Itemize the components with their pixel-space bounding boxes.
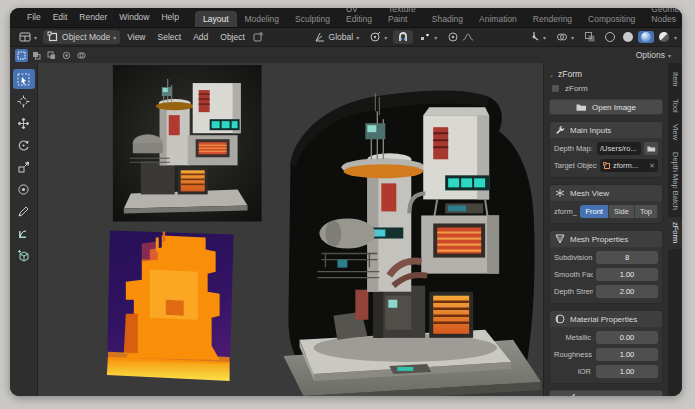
snap-settings[interactable]: ▾	[415, 30, 441, 44]
tab-compositing[interactable]: Compositing	[580, 11, 643, 27]
tab-modeling[interactable]: Modeling	[237, 11, 288, 27]
zform-panel-header[interactable]: ⌄ zForm	[549, 69, 663, 79]
proportional-editing-toggle[interactable]	[443, 30, 478, 44]
tab-shading[interactable]: Shading	[424, 11, 471, 27]
select-mode-intersect-button[interactable]	[75, 49, 88, 62]
depth-map-path-field[interactable]: /Users/ro...	[597, 142, 641, 155]
wireframe-sphere-icon	[605, 32, 615, 42]
select-mode-new-button[interactable]	[15, 49, 28, 62]
menu-add[interactable]: Add	[188, 32, 213, 42]
roughness-label: Roughness	[554, 350, 593, 359]
metallic-value-slider[interactable]: 0.00	[596, 331, 658, 344]
subdivision-label: Subdivision ...	[554, 253, 593, 262]
shading-options-chevron-icon[interactable]: ▾	[674, 34, 677, 41]
wrench-icon	[555, 125, 565, 135]
cursor-3d-icon	[17, 95, 30, 108]
rotate-tool[interactable]	[13, 135, 35, 155]
menu-window[interactable]: Window	[113, 8, 155, 27]
viewport-3d[interactable]	[38, 63, 543, 396]
shading-wireframe-button[interactable]	[602, 31, 618, 43]
sidebar-tab-tool[interactable]: Tool	[668, 94, 682, 118]
sidebar-tab-zform[interactable]: zForm	[668, 217, 682, 248]
sidebar-tab-item[interactable]: Item	[668, 67, 682, 92]
annotate-tool[interactable]	[13, 201, 35, 221]
sidebar: ⌄ zForm zForm Open Image	[543, 63, 682, 396]
pivot-point-selector[interactable]: ▾	[365, 30, 391, 44]
menu-help[interactable]: Help	[155, 8, 184, 27]
tab-sculpting[interactable]: Sculpting	[287, 11, 338, 27]
move-tool[interactable]	[13, 113, 35, 133]
ior-value-slider[interactable]: 1.00	[596, 365, 658, 378]
tab-geometry-nodes[interactable]: Geometry Nodes	[643, 8, 682, 27]
clear-target-icon[interactable]: ✕	[649, 162, 655, 170]
editor-type-selector[interactable]: ▾	[15, 30, 41, 44]
scale-tool[interactable]	[13, 157, 35, 177]
view-top-button[interactable]: Top	[635, 205, 658, 218]
xray-toggle[interactable]	[580, 30, 600, 44]
menu-view[interactable]: View	[122, 32, 150, 42]
cursor-tool[interactable]	[13, 91, 35, 111]
view-direction-segment: Front Side Top	[580, 205, 658, 218]
main-inputs-title: Main Inputs	[570, 126, 611, 135]
snap-toggle[interactable]	[393, 30, 413, 44]
target-object-field[interactable]: zform... ✕	[600, 159, 658, 172]
view-front-button[interactable]: Front	[580, 205, 609, 218]
select-box-tool[interactable]	[13, 69, 35, 89]
menu-object[interactable]: Object	[215, 32, 250, 42]
options-dropdown[interactable]: Options ▾	[630, 49, 677, 61]
tab-rendering[interactable]: Rendering	[525, 11, 580, 27]
overlays-toggle[interactable]: ▾	[552, 30, 578, 44]
depth-map-plane[interactable]	[107, 231, 234, 381]
mesh-properties-panel: Mesh Properties Subdivision ... 8 Smooth…	[549, 230, 663, 304]
open-image-button[interactable]: Open Image	[549, 99, 663, 115]
gizmos-toggle[interactable]: ▾	[524, 30, 550, 44]
subdivision-value-slider[interactable]: 8	[596, 251, 658, 264]
select-mode-subtract-button[interactable]	[45, 49, 58, 62]
chevron-down-icon: ▾	[384, 34, 387, 41]
viewport-scene	[38, 63, 543, 396]
depth-map-path: /Users/ro...	[600, 144, 637, 153]
proportional-editing-icon	[447, 31, 459, 43]
main-inputs-header[interactable]: Main Inputs	[550, 122, 662, 138]
mesh-properties-header[interactable]: Mesh Properties	[550, 231, 662, 247]
move-icon	[17, 117, 30, 130]
material-properties-header[interactable]: Material Properties	[550, 311, 662, 327]
menu-file[interactable]: File	[21, 8, 47, 27]
smooth-factor-value-slider[interactable]: 1.00	[596, 268, 658, 281]
chevron-down-icon: ▾	[434, 34, 437, 41]
tab-uv-editing[interactable]: UV Editing	[338, 8, 380, 27]
menu-edit[interactable]: Edit	[47, 8, 74, 27]
smooth-factor-row: Smooth Fac... 1.00	[554, 268, 658, 281]
tab-texture-paint[interactable]: Texture Paint	[380, 8, 424, 27]
orientation-selector[interactable]: Global ▾	[310, 30, 364, 44]
select-intersect-icon	[77, 51, 86, 60]
menu-render[interactable]: Render	[73, 8, 113, 27]
select-mode-invert-button[interactable]	[60, 49, 73, 62]
tab-layout[interactable]: Layout	[195, 11, 237, 27]
tab-animation[interactable]: Animation	[471, 11, 525, 27]
mode-selector[interactable]: Object Mode ▾	[43, 30, 120, 44]
apply-depth-map-button[interactable]: Apply Depth Map	[549, 390, 663, 396]
shading-material-button[interactable]	[638, 31, 654, 43]
transform-tool[interactable]	[13, 179, 35, 199]
transform-icon[interactable]	[252, 31, 264, 43]
reference-photo-plane[interactable]	[113, 65, 262, 221]
target-object-name: zform...	[613, 161, 647, 170]
sidebar-tab-view[interactable]: View	[668, 119, 682, 145]
sidebar-tab-depth-map-batch[interactable]: Depth Map Batch	[668, 147, 682, 215]
browse-depth-map-button[interactable]	[644, 142, 658, 155]
shading-rendered-button[interactable]	[656, 31, 672, 43]
select-mode-extend-button[interactable]	[30, 49, 43, 62]
zform-checkbox[interactable]	[551, 84, 560, 93]
menu-select[interactable]: Select	[153, 32, 187, 42]
ior-label: IOR	[554, 367, 593, 376]
shading-solid-button[interactable]	[620, 31, 636, 43]
view-side-button[interactable]: Side	[609, 205, 635, 218]
depth-strength-value-slider[interactable]: 2.00	[596, 285, 658, 298]
roughness-value-slider[interactable]: 1.00	[596, 348, 658, 361]
chevron-down-icon: ▾	[543, 34, 546, 41]
measure-tool[interactable]	[13, 223, 35, 243]
add-cube-tool[interactable]	[13, 245, 35, 265]
zform-mesh-object[interactable]	[284, 91, 541, 396]
mesh-view-header[interactable]: Mesh View	[550, 185, 662, 201]
